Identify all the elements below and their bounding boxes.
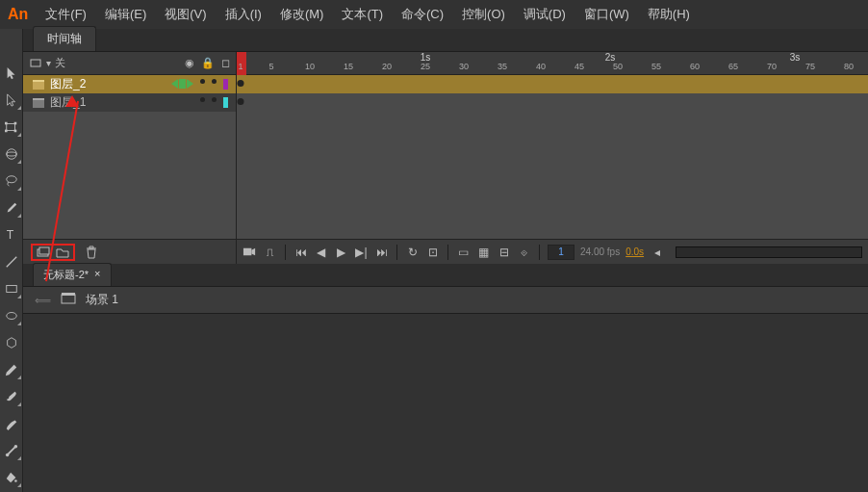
layer-icon: [33, 98, 44, 108]
ruler-frame-label: 1: [238, 62, 243, 71]
paint-bucket-tool[interactable]: [1, 467, 22, 488]
annotation-arrow-head: [65, 89, 79, 107]
outline-color-swatch[interactable]: [223, 79, 228, 90]
lasso-tool[interactable]: [1, 170, 22, 192]
tween-indicator-icon: [171, 79, 193, 90]
menu-insert[interactable]: 插入(I): [225, 6, 262, 23]
ruler-frame-label: 10: [305, 62, 315, 71]
visibility-header-icon[interactable]: ◉: [185, 57, 194, 69]
elapsed-time-label: 0.0s: [625, 246, 644, 257]
ruler-frame-label: 55: [651, 62, 661, 71]
subselection-tool[interactable]: [1, 90, 22, 111]
camera-icon[interactable]: [243, 245, 257, 259]
edit-multiple-frames-icon[interactable]: ▦: [476, 245, 491, 259]
svg-marker-12: [7, 338, 15, 349]
modify-markers-icon[interactable]: ⟐: [517, 245, 531, 259]
layer-row-2[interactable]: 图层_2: [23, 75, 236, 93]
delete-layer-icon[interactable]: [85, 246, 98, 259]
document-tab[interactable]: 无标题-2* ×: [33, 263, 112, 286]
ruler-frame-label: 60: [690, 62, 700, 71]
menu-modify[interactable]: 修改(M): [280, 6, 324, 23]
svg-point-14: [13, 445, 17, 449]
ruler-frame-label: 5: [268, 62, 273, 71]
onion-skin-icon[interactable]: ⊡: [425, 245, 440, 259]
timeline-ruler[interactable]: 1s 2s 3s 1 5 10 15 20 25 30 35 40 45 50 …: [237, 52, 868, 75]
back-icon[interactable]: ⟸: [35, 294, 51, 307]
onion-skin-outlines-icon[interactable]: ▭: [456, 245, 471, 259]
fps-label: 24.00 fps: [580, 246, 620, 257]
ruler-frame-label: 70: [767, 62, 777, 71]
first-frame-icon[interactable]: ⏮: [294, 245, 308, 259]
last-frame-icon[interactable]: ⏭: [374, 245, 389, 259]
menu-debug[interactable]: 调试(D): [523, 6, 566, 23]
menu-text[interactable]: 文本(T): [342, 6, 383, 23]
play-icon[interactable]: ▶: [334, 245, 348, 259]
ruler-frame-label: 50: [613, 62, 623, 71]
ruler-frame-label: 65: [728, 62, 738, 71]
menu-bar: 文件(F) 编辑(E) 视图(V) 插入(I) 修改(M) 文本(T) 命令(C…: [45, 6, 690, 23]
svg-line-9: [6, 257, 16, 268]
keyframe[interactable]: [238, 98, 244, 105]
marker-icon[interactable]: ⊟: [497, 245, 511, 259]
timeline-scrollbar[interactable]: [676, 246, 862, 258]
menu-view[interactable]: 视图(V): [165, 6, 206, 23]
tab-timeline[interactable]: 时间轴: [33, 26, 96, 51]
ruler-frame-label: 20: [382, 62, 392, 71]
ruler-frame-label: 35: [498, 62, 507, 71]
pen-tool[interactable]: [1, 197, 22, 219]
track-row[interactable]: [237, 93, 868, 112]
scroll-left-icon[interactable]: ◂: [650, 245, 664, 259]
scene-name[interactable]: 场景 1: [86, 292, 118, 308]
brush-tool[interactable]: [1, 386, 22, 407]
svg-rect-2: [13, 122, 16, 125]
layer-row-1[interactable]: 图层_1: [23, 93, 236, 112]
track-row[interactable]: [237, 75, 868, 93]
svg-rect-1: [5, 122, 8, 125]
svg-rect-4: [13, 130, 16, 133]
svg-point-15: [14, 479, 17, 482]
pencil-tool[interactable]: [1, 359, 22, 380]
rectangle-tool[interactable]: [1, 278, 22, 299]
oval-tool[interactable]: [1, 305, 22, 326]
ruler-frame-label: 75: [805, 62, 815, 71]
layer-options-icon[interactable]: [29, 58, 42, 69]
new-folder-icon[interactable]: [56, 246, 69, 258]
3d-rotation-tool[interactable]: [1, 143, 22, 165]
center-frame-icon[interactable]: ⎍: [263, 245, 277, 259]
new-layer-icon[interactable]: [37, 246, 50, 258]
selection-tool[interactable]: [1, 63, 22, 84]
menu-help[interactable]: 帮助(H): [648, 6, 690, 23]
svg-point-11: [6, 313, 16, 320]
menu-window[interactable]: 窗口(W): [584, 6, 629, 23]
next-frame-icon[interactable]: ▶|: [354, 245, 369, 259]
keyframe[interactable]: [238, 80, 244, 87]
svg-point-5: [6, 149, 16, 160]
svg-rect-19: [243, 248, 251, 256]
current-frame-field[interactable]: 1: [548, 245, 574, 260]
lock-header-icon[interactable]: 🔒: [201, 57, 215, 69]
outline-header-icon[interactable]: ◻: [221, 57, 230, 69]
loop-icon[interactable]: ↻: [405, 245, 420, 259]
menu-control[interactable]: 控制(O): [462, 6, 505, 23]
menu-command[interactable]: 命令(C): [401, 6, 444, 23]
ruler-second-label: 3s: [790, 52, 801, 63]
svg-text:T: T: [6, 228, 13, 242]
free-transform-tool[interactable]: [1, 117, 22, 138]
layers-head-label: 关: [55, 56, 65, 70]
prev-frame-icon[interactable]: ◀: [314, 245, 328, 259]
close-tab-icon[interactable]: ×: [94, 268, 100, 282]
outline-color-swatch[interactable]: [223, 97, 228, 108]
menu-file[interactable]: 文件(F): [45, 6, 87, 23]
polystar-tool[interactable]: [1, 332, 22, 353]
layer-icon: [33, 80, 44, 90]
menu-edit[interactable]: 编辑(E): [105, 6, 146, 23]
svg-point-7: [6, 176, 16, 183]
svg-rect-21: [62, 293, 75, 296]
line-tool[interactable]: [1, 251, 22, 272]
timeline-tracks[interactable]: [237, 75, 868, 239]
svg-rect-3: [5, 130, 8, 133]
paint-brush-tool[interactable]: [1, 413, 22, 434]
ruler-frame-label: 25: [421, 62, 430, 71]
text-tool[interactable]: T: [1, 224, 22, 246]
bone-tool[interactable]: [1, 440, 22, 461]
